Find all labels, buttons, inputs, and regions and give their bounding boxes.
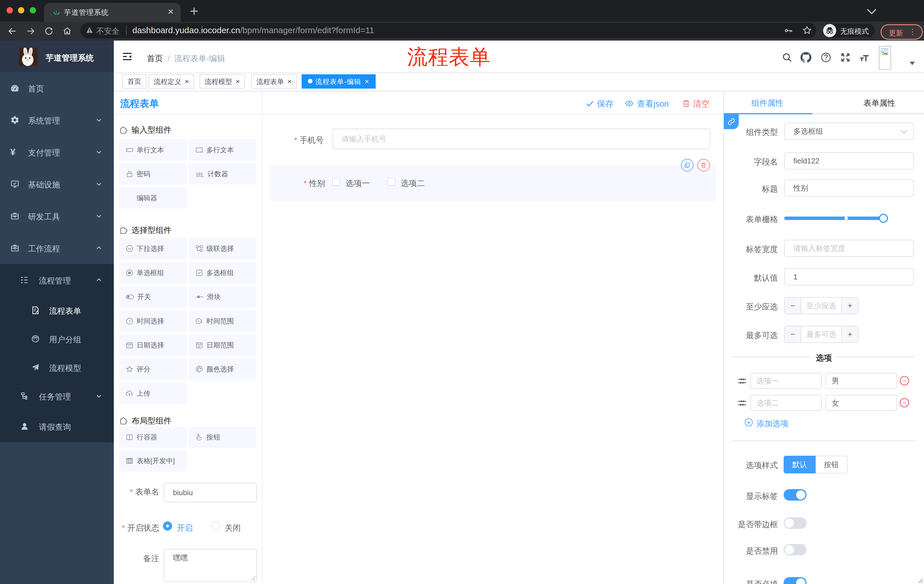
- svg-text:123: 123: [196, 172, 203, 176]
